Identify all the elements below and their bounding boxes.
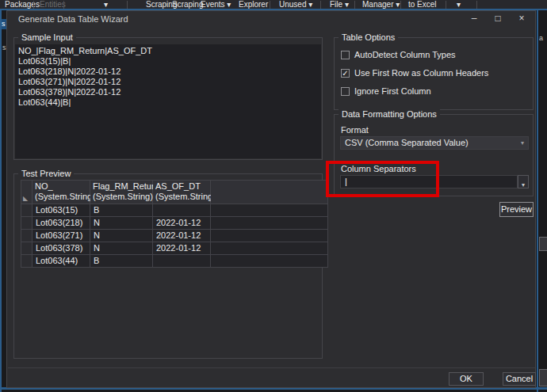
column-name: AS_OF_DT <box>155 181 201 191</box>
window-frame-left <box>0 9 2 392</box>
grid-cell: 2022-01-12 <box>153 230 210 242</box>
grid-cell: Lot063(44) <box>33 255 90 267</box>
sample-line: NO_|Flag_RM_Return|AS_OF_DT <box>18 46 318 56</box>
toolbar-separator <box>476 1 477 9</box>
preview-button[interactable]: Preview <box>499 202 534 217</box>
screen: Packages Entities ▾ Scraping Scraping Ev… <box>0 0 547 392</box>
chevron-down-icon: ▾ <box>522 181 525 188</box>
checkbox-label: Use First Row as Column Headers <box>354 68 488 78</box>
toolbar-separator <box>270 1 270 9</box>
grid-cell: 2022-01-12 <box>153 242 210 254</box>
checkbox-label: Ignore First Column <box>354 86 431 96</box>
grid-cell: Lot063(218) <box>33 217 90 229</box>
sample-input-group: Sample Input NO_|Flag_RM_Return|AS_OF_DT… <box>13 37 323 160</box>
grid-cell: 2022-01-12 <box>153 217 210 229</box>
sample-line: Lot063(378)|N|2022-01-12 <box>18 87 318 97</box>
checkbox-box[interactable]: ✓ <box>341 69 350 78</box>
row-header[interactable] <box>21 204 32 216</box>
dialog-title: Generate Data Table Wizard <box>18 14 128 24</box>
row-header[interactable] <box>21 255 32 267</box>
edge-partial-button <box>539 369 547 386</box>
sample-line: Lot063(15)|B| <box>18 56 318 67</box>
grid-cell: N <box>90 217 152 229</box>
grid-cell: B <box>90 204 152 216</box>
toolbar-separator <box>127 1 128 9</box>
toolbar-separator <box>354 1 355 9</box>
column-type: (System.String) <box>93 192 150 202</box>
column-header[interactable]: NO_ (System.String) <box>33 181 90 204</box>
format-label: Format <box>341 125 369 135</box>
column-name: Flag_RM_Return <box>93 181 159 191</box>
sample-line: Lot063(44)|B| <box>18 97 318 108</box>
sample-input-textarea[interactable]: NO_|Flag_RM_Return|AS_OF_DT Lot063(15)|B… <box>15 44 321 158</box>
format-dropdown[interactable]: CSV (Comma Separated Value) ▾ <box>340 136 529 150</box>
checkbox-use-first-row-as-headers[interactable]: ✓ Use First Row as Column Headers <box>341 67 488 78</box>
grid-cell-filler <box>211 204 327 216</box>
grid-cell <box>153 204 210 216</box>
chevron-down-icon: ▾ <box>521 139 524 147</box>
cancel-button[interactable]: Cancel <box>503 372 536 386</box>
edge-partial-button <box>539 237 547 251</box>
grid-cell: N <box>90 230 152 242</box>
grid-cell: Lot063(378) <box>33 242 90 254</box>
checkbox-box[interactable] <box>341 51 350 59</box>
row-header[interactable] <box>21 217 32 229</box>
grid-cell <box>153 255 210 267</box>
test-preview-label: Test Preview <box>18 169 74 179</box>
toolbar-separator <box>446 1 446 9</box>
column-separators-dropdown-button[interactable]: ▾ <box>518 175 529 188</box>
generate-data-table-wizard-dialog: Generate Data Table Wizard – □ × Sample … <box>6 10 536 388</box>
column-name: NO_ <box>35 181 53 191</box>
grid-select-all-cell[interactable]: ◣ <box>21 181 32 204</box>
toolbar-separator <box>63 1 64 9</box>
sample-line: Lot063(218)|N|2022-01-12 <box>18 67 318 77</box>
column-header[interactable]: Flag_RM_Return (System.String) <box>90 181 152 204</box>
test-preview-group: Test Preview ◣ NO_ (System.String) Flag_… <box>13 173 323 359</box>
grid-cell-filler <box>211 217 327 229</box>
edge-fragment-text-right: a <box>539 34 543 42</box>
minimize-icon[interactable]: – <box>462 11 486 26</box>
data-formatting-options-label: Data Formatting Options <box>339 109 440 120</box>
grid-cell: Lot063(15) <box>33 204 90 216</box>
toolbar-separator <box>320 1 321 9</box>
grid-cell: Lot063(271) <box>33 230 90 242</box>
footer-divider <box>8 367 535 368</box>
annotation-rectangle <box>326 161 439 197</box>
row-header[interactable] <box>21 230 32 242</box>
edge-fragment-text: s <box>2 44 6 51</box>
row-header[interactable] <box>21 242 32 254</box>
table-options-group: Table Options AutoDetect Column Types ✓ … <box>334 37 534 110</box>
toolbar-separator <box>400 1 401 9</box>
format-dropdown-value: CSV (Comma Separated Value) <box>345 138 469 147</box>
checkbox-box[interactable] <box>341 87 350 96</box>
grid-cell-filler <box>211 242 327 254</box>
maximize-icon[interactable]: □ <box>486 11 510 26</box>
grid-cell: B <box>90 255 152 267</box>
grid-cell-filler <box>211 255 327 267</box>
column-header[interactable]: AS_OF_DT (System.String) <box>153 181 210 204</box>
grid-selector-triangle-icon: ◣ <box>23 196 28 202</box>
checkbox-autodetect-column-types[interactable]: AutoDetect Column Types <box>341 49 456 60</box>
window-frame-right <box>537 9 538 392</box>
checkbox-label: AutoDetect Column Types <box>354 50 456 59</box>
column-header-filler <box>211 181 327 204</box>
table-options-label: Table Options <box>339 32 398 43</box>
toolbar-separator <box>33 1 34 9</box>
grid-cell: N <box>90 242 152 254</box>
column-type: (System.String) <box>35 192 87 202</box>
dialog-titlebar[interactable]: Generate Data Table Wizard – □ × <box>7 11 535 27</box>
column-type: (System.String) <box>155 192 208 202</box>
grid-cell-filler <box>211 230 327 242</box>
ok-button[interactable]: OK <box>449 372 484 386</box>
preview-grid: ◣ NO_ (System.String) Flag_RM_Return (Sy… <box>21 180 328 268</box>
close-icon[interactable]: × <box>510 11 534 26</box>
sample-input-label: Sample Input <box>18 32 76 43</box>
sample-line: Lot063(271)|N|2022-01-12 <box>18 77 318 87</box>
checkbox-ignore-first-column[interactable]: Ignore First Column <box>341 86 431 97</box>
